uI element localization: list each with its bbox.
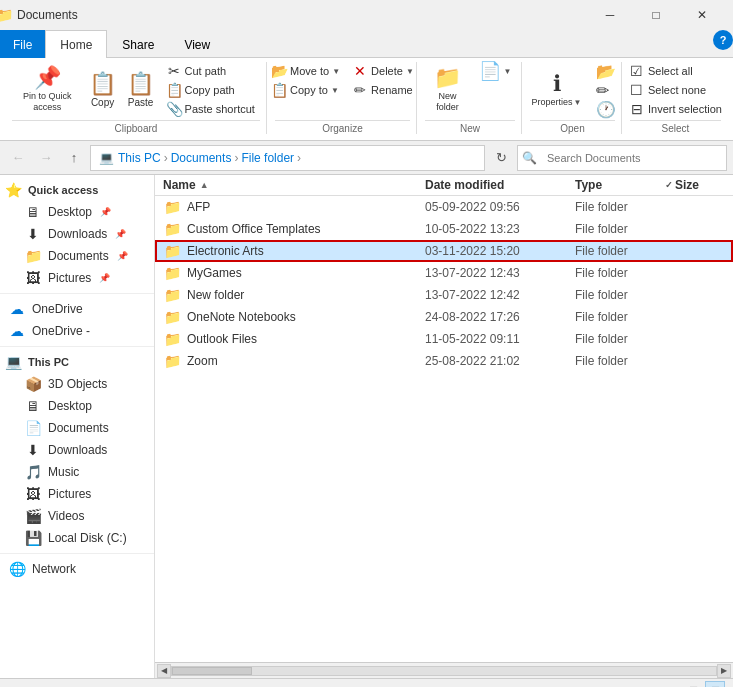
- sidebar-item-quick-access[interactable]: ⭐ Quick access: [0, 179, 154, 201]
- file-row-custom-office[interactable]: 📁 Custom Office Templates 10-05-2022 13:…: [155, 218, 733, 240]
- sidebar-item-onedrive[interactable]: ☁ OneDrive: [0, 298, 154, 320]
- col-type-header[interactable]: Type: [575, 178, 665, 192]
- sidebar-item-3d-objects[interactable]: 📦 3D Objects: [0, 373, 154, 395]
- title-bar: 💾 ↩ 📁 Documents ─ □ ✕: [0, 0, 733, 30]
- rename-button[interactable]: ✏ Rename: [347, 81, 419, 99]
- delete-button[interactable]: ✕ Delete ▼: [347, 62, 419, 80]
- open-button[interactable]: 📂: [591, 62, 621, 80]
- file-row-outlook[interactable]: 📁 Outlook Files 11-05-2022 09:11 File fo…: [155, 328, 733, 350]
- pictures-pin: 📌: [99, 273, 110, 283]
- properties-button[interactable]: ℹ Properties ▼: [525, 62, 589, 118]
- scroll-right-button[interactable]: ▶: [717, 664, 731, 678]
- file-list: 📁 AFP 05-09-2022 09:56 File folder 📁 Cus…: [155, 196, 733, 662]
- file-row-electronic-arts[interactable]: 📁 Electronic Arts 03-11-2022 15:20 File …: [155, 240, 733, 262]
- sidebar-item-documents[interactable]: 📁 Documents 📌: [0, 245, 154, 267]
- open-icon: 📂: [596, 62, 616, 81]
- pin-icon: 📌: [34, 67, 61, 89]
- sidebar-item-videos[interactable]: 🎬 Videos: [0, 505, 154, 527]
- horizontal-scrollbar[interactable]: ◀ ▶: [155, 662, 733, 678]
- refresh-button[interactable]: ↻: [489, 146, 513, 170]
- edit-icon: ✏: [596, 81, 609, 100]
- tab-file[interactable]: File: [0, 30, 45, 58]
- col-date-header[interactable]: Date modified: [425, 178, 575, 192]
- file-row-zoom[interactable]: 📁 Zoom 25-08-2022 21:02 File folder: [155, 350, 733, 372]
- address-path[interactable]: 💻 This PC › Documents › File folder ›: [90, 145, 485, 171]
- copy-button[interactable]: 📋 Copy: [85, 62, 121, 118]
- paste-button[interactable]: 📋 Paste: [123, 62, 159, 118]
- sidebar-item-music[interactable]: 🎵 Music: [0, 461, 154, 483]
- back-button[interactable]: ←: [6, 146, 30, 170]
- new-item-button[interactable]: 📄 ▼: [474, 62, 517, 80]
- large-icons-view-button[interactable]: ⊟: [705, 681, 725, 688]
- copy-icon: 📋: [89, 73, 116, 95]
- file-row-new-folder[interactable]: 📁 New folder 13-07-2022 12:42 File folde…: [155, 284, 733, 306]
- search-input[interactable]: [541, 152, 726, 164]
- size-check: ✓: [665, 180, 673, 190]
- folder-icon-new: 📁: [163, 287, 181, 303]
- desktop-pin: 📌: [100, 207, 111, 217]
- search-box: 🔍: [517, 145, 727, 171]
- col-name-header[interactable]: Name ▲: [163, 178, 425, 192]
- ribbon-content: 📌 Pin to Quick access 📋 Copy 📋 Paste ✂: [0, 58, 733, 140]
- sidebar-item-downloads[interactable]: ⬇ Downloads 📌: [0, 223, 154, 245]
- ribbon-group-select: ☑ Select all ☐ Select none ⊟ Invert sele…: [624, 62, 727, 134]
- sort-arrow: ▲: [200, 180, 209, 190]
- address-bar: ← → ↑ 💻 This PC › Documents › File folde…: [0, 141, 733, 175]
- ribbon-tabs: File Home Share View ?: [0, 30, 733, 58]
- select-all-button[interactable]: ☑ Select all: [624, 62, 727, 80]
- sidebar-item-desktop2[interactable]: 🖥 Desktop: [0, 395, 154, 417]
- paste-shortcut-button[interactable]: 📎 Paste shortcut: [161, 100, 260, 118]
- sidebar-item-downloads2[interactable]: ⬇ Downloads: [0, 439, 154, 461]
- organize-buttons: 📂 Move to ▼ 📋 Copy to ▼ ✕ Delete ▼: [266, 62, 419, 118]
- col-size-header[interactable]: ✓ Size: [665, 178, 725, 192]
- sidebar-item-pictures2[interactable]: 🖼 Pictures: [0, 483, 154, 505]
- sidebar-item-pictures[interactable]: 🖼 Pictures 📌: [0, 267, 154, 289]
- copy-to-button[interactable]: 📋 Copy to ▼: [266, 81, 345, 99]
- title-bar-left: 💾 ↩ 📁 Documents: [8, 3, 146, 27]
- downloads2-icon: ⬇: [24, 442, 42, 458]
- copy-path-button[interactable]: 📋 Copy path: [161, 81, 260, 99]
- select-none-button[interactable]: ☐ Select none: [624, 81, 727, 99]
- clipboard-small-buttons: ✂ Cut path 📋 Copy path 📎 Paste shortcut: [161, 62, 260, 118]
- edit-button[interactable]: ✏: [591, 81, 621, 99]
- organize-col2: ✕ Delete ▼ ✏ Rename: [347, 62, 419, 99]
- sidebar-item-network[interactable]: 🌐 Network: [0, 558, 154, 580]
- pictures2-icon: 🖼: [24, 486, 42, 502]
- move-to-button[interactable]: 📂 Move to ▼: [266, 62, 345, 80]
- tab-share[interactable]: Share: [107, 30, 169, 58]
- history-button[interactable]: 🕐: [591, 100, 621, 118]
- file-row-onenote[interactable]: 📁 OneNote Notebooks 24-08-2022 17:26 Fil…: [155, 306, 733, 328]
- forward-button[interactable]: →: [34, 146, 58, 170]
- scroll-track[interactable]: [171, 666, 717, 676]
- folder-icon-ea: 📁: [163, 243, 181, 259]
- up-button[interactable]: ↑: [62, 146, 86, 170]
- scroll-thumb[interactable]: [172, 667, 252, 675]
- maximize-button[interactable]: □: [633, 0, 679, 30]
- open-label: Open: [530, 120, 615, 134]
- scroll-left-button[interactable]: ◀: [157, 664, 171, 678]
- paste-shortcut-icon: 📎: [166, 101, 182, 117]
- cut-path-button[interactable]: ✂ Cut path: [161, 62, 260, 80]
- new-folder-button[interactable]: 📁 New folder: [424, 62, 472, 118]
- close-button[interactable]: ✕: [679, 0, 725, 30]
- open-buttons: ℹ Properties ▼ 📂 ✏ 🕐: [525, 62, 621, 118]
- file-row-afp[interactable]: 📁 AFP 05-09-2022 09:56 File folder: [155, 196, 733, 218]
- help-button[interactable]: ?: [713, 30, 733, 50]
- sidebar-item-desktop[interactable]: 🖥 Desktop 📌: [0, 201, 154, 223]
- pin-quick-access-button[interactable]: 📌 Pin to Quick access: [12, 62, 83, 118]
- sidebar-item-documents2[interactable]: 📄 Documents: [0, 417, 154, 439]
- ribbon: File Home Share View ? 📌 Pin to Quick ac…: [0, 30, 733, 141]
- sidebar: ⭐ Quick access 🖥 Desktop 📌 ⬇ Downloads 📌…: [0, 175, 155, 678]
- file-row-mygames[interactable]: 📁 MyGames 13-07-2022 12:43 File folder: [155, 262, 733, 284]
- details-view-button[interactable]: ⊞: [683, 681, 703, 688]
- copy-to-dropdown-arrow: ▼: [331, 86, 339, 95]
- sidebar-item-this-pc[interactable]: 💻 This PC: [0, 351, 154, 373]
- sidebar-item-onedrive2[interactable]: ☁ OneDrive -: [0, 320, 154, 342]
- tab-home[interactable]: Home: [45, 30, 107, 58]
- sidebar-item-local-disk[interactable]: 💾 Local Disk (C:): [0, 527, 154, 549]
- minimize-button[interactable]: ─: [587, 0, 633, 30]
- properties-icon: ℹ: [553, 73, 561, 95]
- invert-selection-button[interactable]: ⊟ Invert selection: [624, 100, 727, 118]
- tab-view[interactable]: View: [169, 30, 225, 58]
- ribbon-group-organize: 📂 Move to ▼ 📋 Copy to ▼ ✕ Delete ▼: [269, 62, 417, 134]
